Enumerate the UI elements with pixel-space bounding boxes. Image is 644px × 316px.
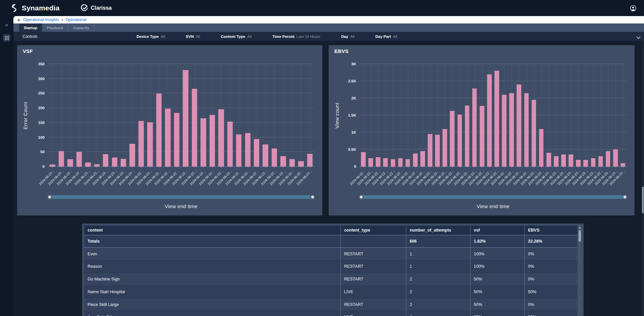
bar[interactable] [569, 154, 573, 167]
breadcrumb-collapse-icon[interactable]: « [17, 17, 20, 22]
table-row[interactable]: ReasonRESTART1100%0% [84, 260, 577, 273]
bar[interactable] [458, 115, 462, 167]
tab-startup[interactable]: Startup [19, 23, 42, 32]
filter-device-type[interactable]: Device TypeAll [137, 35, 165, 39]
bar[interactable] [584, 160, 588, 167]
bar[interactable] [94, 164, 99, 167]
bar[interactable] [472, 88, 477, 167]
bar[interactable] [383, 158, 388, 167]
table-row[interactable]: Piece Skill LargeRESTART250%0% [84, 298, 577, 311]
bar[interactable] [76, 152, 82, 167]
bar[interactable] [398, 158, 403, 167]
bar[interactable] [524, 93, 529, 167]
bar[interactable] [254, 139, 259, 167]
bar[interactable] [606, 151, 610, 167]
bar[interactable] [465, 106, 470, 167]
bar[interactable] [561, 154, 566, 167]
bar[interactable] [546, 153, 551, 167]
column-header-EBVS[interactable]: EBVS [525, 226, 577, 235]
filter-svn[interactable]: SVNAll [186, 35, 200, 39]
column-header-vsf[interactable]: vsf [470, 226, 525, 235]
bar[interactable] [147, 122, 153, 167]
tab-capacity[interactable]: Capacity [68, 23, 94, 32]
breadcrumb-link-operational-insights[interactable]: Operational Insights [23, 17, 59, 22]
bar[interactable] [442, 129, 447, 167]
slider-handle-right[interactable] [310, 195, 315, 199]
tab-playback[interactable]: Playback [42, 23, 68, 32]
bar[interactable] [218, 109, 224, 167]
bar[interactable] [435, 135, 440, 167]
bar[interactable] [554, 156, 558, 167]
bar[interactable] [139, 121, 144, 167]
bar[interactable] [272, 148, 277, 167]
filter-day-part[interactable]: Day PartAll [375, 35, 397, 39]
bar[interactable] [361, 152, 366, 167]
bar[interactable] [201, 118, 206, 167]
bar[interactable] [58, 151, 64, 167]
breadcrumb-link-operational[interactable]: Operational [66, 17, 87, 22]
bar[interactable] [209, 115, 215, 167]
bar[interactable] [192, 89, 197, 167]
bar[interactable] [307, 154, 313, 167]
account-icon[interactable] [630, 5, 637, 12]
bar[interactable] [591, 158, 596, 167]
bar[interactable] [598, 156, 603, 167]
bar[interactable] [576, 160, 581, 167]
table-scrollbar-thumb[interactable] [579, 230, 581, 242]
bar[interactable] [494, 71, 499, 167]
chevron-down-icon[interactable] [636, 35, 641, 41]
bar[interactable] [236, 134, 241, 167]
bar[interactable] [183, 70, 188, 167]
page-scrollbar-thumb[interactable] [642, 187, 644, 213]
bar[interactable] [50, 165, 55, 167]
filter-content-type[interactable]: Content TypeAll [221, 35, 251, 39]
bar[interactable] [245, 133, 250, 167]
bar[interactable] [450, 111, 455, 167]
table-row[interactable]: EvenRESTART1100%0% [84, 248, 577, 260]
bar[interactable] [406, 159, 410, 167]
bar[interactable] [165, 109, 170, 167]
apps-grid-button[interactable] [3, 34, 10, 42]
bar[interactable] [67, 159, 73, 167]
bar[interactable] [428, 134, 432, 167]
bar[interactable] [517, 84, 522, 167]
x-range-slider[interactable] [48, 195, 314, 199]
column-header-content[interactable]: content [84, 226, 340, 235]
bar[interactable] [621, 163, 625, 167]
bar[interactable] [509, 93, 514, 167]
bar[interactable] [103, 154, 108, 167]
filter-day[interactable]: DayAll [341, 35, 355, 39]
bar[interactable] [420, 151, 425, 167]
slider-handle-right[interactable] [623, 195, 627, 199]
table-row[interactable]: Go Machine SignRESTART250%0% [84, 273, 577, 286]
bar[interactable] [368, 158, 373, 167]
bar[interactable] [280, 156, 286, 167]
bar[interactable] [376, 157, 380, 167]
bar[interactable] [487, 74, 492, 167]
bar[interactable] [502, 95, 506, 167]
bar[interactable] [532, 100, 536, 167]
x-range-slider[interactable] [360, 195, 627, 199]
bar[interactable] [413, 153, 418, 167]
column-header-number_of_attempts[interactable]: number_of_attempts [406, 226, 470, 235]
slider-handle-left[interactable] [359, 195, 364, 199]
page-scrollbar[interactable] [642, 41, 644, 316]
bar[interactable] [480, 106, 484, 167]
bar[interactable] [129, 144, 135, 167]
column-header-content_type[interactable]: content_type [340, 226, 406, 235]
bar[interactable] [174, 113, 179, 167]
slider-handle-left[interactable] [47, 195, 52, 199]
bar[interactable] [391, 159, 395, 167]
bar[interactable] [121, 159, 126, 167]
bar[interactable] [539, 129, 544, 167]
bar[interactable] [263, 144, 268, 167]
bar[interactable] [289, 159, 295, 167]
bar[interactable] [298, 161, 304, 167]
bar[interactable] [112, 157, 117, 167]
table-row-totals[interactable]: Totals6061.82%22.28% [84, 235, 577, 248]
table-row[interactable]: Arm Only OthersLIVE425%50% [84, 311, 577, 316]
table-scrollbar[interactable] [578, 226, 582, 316]
scroll-up-icon[interactable] [579, 227, 581, 229]
table-row[interactable]: Name Start HospitalLIVE250%50% [84, 286, 577, 298]
filter-time-peroid[interactable]: Time PeroidLast 24 Hours [272, 35, 320, 39]
